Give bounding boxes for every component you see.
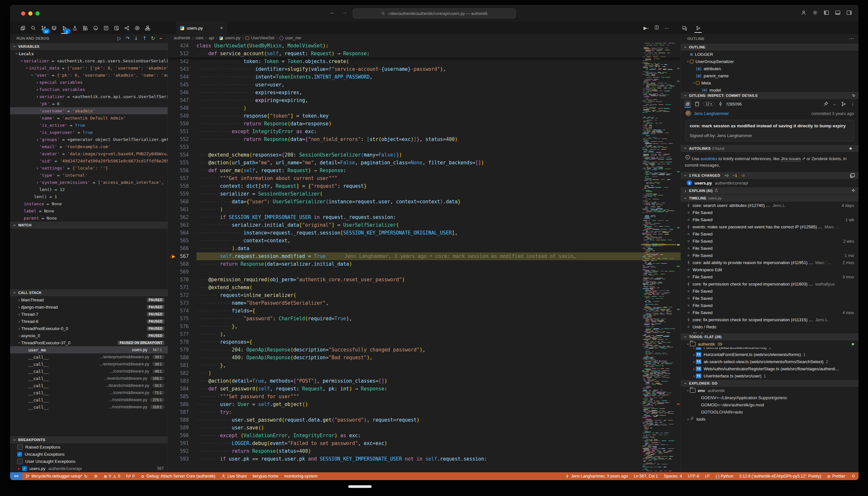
go-env-var[interactable]: GOENV=~/Library/Application Support/go/e… [681,394,858,401]
gutter[interactable]: 579 [168,346,197,354]
debug-continue-icon[interactable]: ▷ [118,35,122,41]
outline-item[interactable]: ≣LOGGER [681,51,858,58]
code-line-554[interactable]: 554····@extend_schema(responses={200: Se… [168,151,681,159]
zoom-window-button[interactable] [35,11,40,16]
gutter[interactable]: 559 [168,190,197,198]
code-line-424[interactable]: 424class UserViewSet(UsedByMixin, ModelV… [168,42,681,50]
code-line-564[interactable]: 564················instance=request._req… [168,229,681,237]
gutter[interactable]: 590 [168,432,197,439]
variable-row[interactable]: 'pk' = 6 [10,100,168,107]
status-blame-status[interactable]: Jens Langhammer, 3 years ago [562,472,631,480]
close-tab-icon[interactable]: × [220,25,223,31]
code-line-566[interactable]: 566············).data [168,245,681,252]
code-line-574[interactable]: 574············fields={ [168,307,681,315]
section-header[interactable]: ›AUTOLINKS0 found◆ [681,144,858,152]
timeline-item[interactable]: File Saved [681,209,858,216]
breakpoint-row[interactable]: ✓Uncaught Exceptions [10,451,168,458]
variable-row[interactable]: 'username' = 'akadmin' [10,107,168,114]
autolinks-link[interactable]: autolinks [700,156,717,161]
activity-item-github[interactable] [91,24,100,32]
code-line-593[interactable]: 593········if user.pk == request.user.pk… [168,455,681,463]
gutter[interactable]: 550 [168,120,197,128]
status-monitoring-system[interactable]: monitoring-system [281,472,320,480]
gutter[interactable]: 512 [168,50,197,58]
code-line-572[interactable]: 572········request=inline_serializer( [168,291,681,299]
status-eol[interactable]: LF [702,472,713,480]
stack-frame-row[interactable]: user_meusers.py567:1 [10,346,168,353]
section-header[interactable]: ›TODOS: FLAT (39) [681,333,858,340]
gutter[interactable]: 549 [168,112,197,120]
gutter[interactable]: 561 [168,206,197,213]
thread-row[interactable]: ›Thread-6PAUSED [10,318,168,325]
variable-row[interactable]: 'is_active' = True [10,122,168,129]
gutter[interactable]: 553 [168,143,197,151]
gutter[interactable]: 557 [168,174,197,182]
navigate-forward-icon[interactable]: → [342,10,347,15]
stack-frame-row[interactable]: __call__.../root/middleware.py318:1 [10,403,168,410]
todo-file-row[interactable]: ›TSForm.ts (web/src/elements/forms)1 [681,347,858,351]
code-line-578[interactable]: 578········responses={ [168,338,681,346]
timeline-item[interactable]: File Saved [681,295,858,302]
breakpoint-row[interactable]: Raised Exceptions [10,444,168,451]
section-header[interactable]: ›VARIABLES [10,43,168,50]
code-line-567[interactable]: 567▶········self.request.session.modifie… [168,252,681,260]
gutter[interactable]: 592 [168,447,197,455]
gutter[interactable]: 589 [168,424,197,432]
code-line-558[interactable]: 558········context: dict[str, Request] =… [168,182,681,190]
variable-row[interactable]: ›initial_data = {'user': {'pk': 6, 'user… [10,64,168,72]
variable-row[interactable]: 'email' = 'root@example.com' [10,143,168,150]
gutter[interactable]: 568 [168,260,197,268]
code-line-577[interactable]: 577········), [168,330,681,338]
thread-row[interactable]: ›ThreadPoolExecutor-37_0PAUSED ON BREAKP… [10,339,168,346]
gutter[interactable]: 542 [168,58,197,65]
status-notifications[interactable] [848,472,858,480]
code-line-583[interactable]: 583····@action(detail=True, methods=["PO… [168,377,681,385]
timeline-item[interactable]: File Saved [681,230,858,237]
code-line-562[interactable]: 562········if SESSION_KEY_IMPERSONATE_US… [168,213,681,221]
comment-discussion-icon[interactable] [681,25,688,31]
activity-item-run-and-debug[interactable]: 1 [60,24,68,32]
variable-row[interactable]: ›serializer = <authentik.core.api.users.… [10,93,168,100]
timeline-item[interactable]: core: search users' attributes (#12740) … [681,202,858,209]
code-line-544[interactable]: 544····················intent=TokenInten… [168,73,681,81]
account-icon[interactable] [801,10,807,16]
todo-file-row[interactable]: ›TSWebAuthnAuthenticatorRegisterStage.ts… [681,365,858,372]
code-line-589[interactable]: 589············user.save() [168,424,681,432]
layout-panel-icon[interactable] [835,10,841,16]
gutter[interactable]: 562 [168,213,197,221]
activity-item-live-preview[interactable] [133,24,141,32]
outline-item[interactable]: [@]model [681,87,858,92]
variable-row[interactable]: ›'groups' = <generator object UserSelfSe… [10,136,168,143]
debug-disconnect-icon[interactable]: ⌁ [159,35,162,41]
code-line-591[interactable]: 591············LOGGER.debug(event="Faile… [168,439,681,447]
code-line-569[interactable]: 569 [168,268,681,276]
code-line-570[interactable]: 570····@permission_required(obj_perm="au… [168,276,681,283]
gutter[interactable]: 584 [168,385,197,393]
outline-item[interactable]: ›Meta [681,79,858,87]
section-header[interactable]: ›EXPLAIN (AI) [681,187,858,194]
gutter[interactable]: 563 [168,221,197,229]
code-line-512[interactable]: 512····def service_account(self, request… [168,50,681,58]
thread-row[interactable]: ›MainThreadPAUSED [10,296,168,304]
code-line-581[interactable]: 581········}, [168,361,681,369]
code-line-548[interactable]: 548················) [168,104,681,112]
go-env-var[interactable]: GOTOOLCHAIN=auto [681,408,858,416]
thread-row[interactable]: ›Thread-7PAUSED [10,311,168,318]
debug-step-into-icon[interactable]: ↓ [134,35,138,41]
status-git-branch[interactable]: lifecycle/fix-debugger-setup*↻ [22,472,91,480]
breakpoint-current-icon[interactable]: ▶ [171,254,175,259]
code-line-563[interactable]: 563············serializer.initial_data["… [168,221,681,229]
code-line-568[interactable]: 568········return Response(data=serializ… [168,260,681,268]
thread-row[interactable]: ›django-main-threadPAUSED [10,304,168,311]
gutter[interactable]: 567▶ [168,252,197,260]
code-editor[interactable]: 424class UserViewSet(UsedByMixin, ModelV… [168,42,681,472]
breakpoint-checkbox[interactable] [17,459,23,464]
gutter[interactable]: 580 [168,354,197,361]
variable-row[interactable]: ›special variables [10,79,168,86]
todo-file-row[interactable]: ›TSUserInterface.ts (web/src/user)1 [681,372,858,379]
close-window-button[interactable] [21,11,25,16]
timeline-item[interactable]: core: fix permission check for scoped im… [681,316,858,323]
code-line-543[interactable]: 543····················identifier=slugif… [168,65,681,73]
section-header[interactable]: ›GITLENS: INSPECT: COMMIT DETAILS↻ [681,92,858,99]
stack-frame-row[interactable]: __call__.../enterprise/middleware.py39:1 [10,360,168,368]
